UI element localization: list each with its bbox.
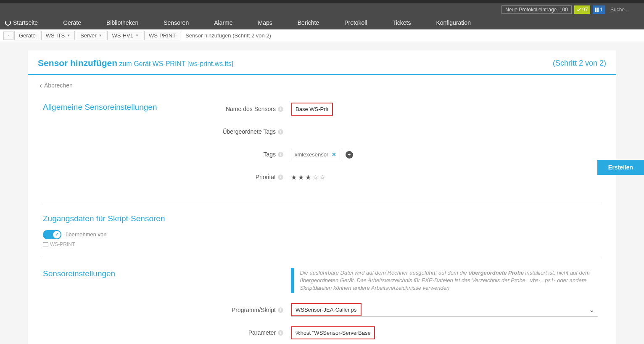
- chevron-down-icon: ▼: [98, 34, 102, 37]
- tag-text: xmlexesensor: [295, 151, 328, 158]
- section-general-settings: Allgemeine Sensoreinstellungen: [43, 102, 173, 193]
- chevron-down-icon: ⌄: [586, 306, 598, 314]
- search-input[interactable]: Suche...: [608, 6, 641, 13]
- check-icon: ✓: [55, 231, 59, 238]
- breadcrumb-current: Sensor hinzufügen (Schritt 2 von 2): [181, 31, 275, 40]
- breadcrumb-device-wsprint[interactable]: WS-PRINT: [144, 31, 180, 40]
- info-bar: [291, 268, 294, 293]
- star-icon: ★: [291, 173, 297, 181]
- info-icon[interactable]: i: [278, 129, 283, 135]
- nav-tickets[interactable]: Tickets: [393, 19, 411, 26]
- section-sensor-settings: Sensoreinstellungen: [43, 268, 173, 344]
- info-icon[interactable]: i: [278, 106, 283, 112]
- protocol-entries-badge[interactable]: Neue Protokolleinträge 100: [501, 5, 572, 14]
- nav-libraries[interactable]: Bibliotheken: [106, 19, 138, 26]
- check-icon: [577, 8, 581, 12]
- nav-protocol[interactable]: Protokoll: [344, 19, 367, 26]
- svg-rect-0: [595, 8, 596, 12]
- breadcrumb-home[interactable]: [3, 32, 13, 40]
- tag-add-button[interactable]: +: [346, 151, 353, 159]
- script-select[interactable]: ⌄: [291, 303, 598, 317]
- tag-remove-icon[interactable]: ✕: [332, 151, 336, 158]
- breadcrumb-group-server[interactable]: Server ▼: [76, 31, 106, 40]
- nav-maps[interactable]: Maps: [258, 19, 272, 26]
- info-icon[interactable]: i: [278, 307, 283, 313]
- inherit-toggle[interactable]: ✓: [43, 230, 61, 239]
- parameter-label: Parameter: [248, 329, 276, 336]
- step-indicator: (Schritt 2 von 2): [553, 59, 606, 68]
- parent-tags-label: Übergeordnete Tags: [222, 128, 276, 135]
- breadcrumb-devices[interactable]: Geräte: [14, 31, 40, 40]
- pause-icon: [595, 8, 599, 12]
- ok-count: 97: [582, 7, 588, 13]
- info-text: Die ausführbare Datei wird auf dem Rechn…: [300, 268, 601, 293]
- priority-label: Priorität: [256, 174, 276, 180]
- nav-home[interactable]: Startseite: [5, 19, 38, 26]
- protocol-count: 100: [560, 7, 568, 13]
- script-value[interactable]: [291, 303, 362, 316]
- script-label: Programm/Skript: [232, 307, 276, 313]
- protocol-label: Neue Protokolleinträge: [505, 7, 557, 13]
- sensor-name-input[interactable]: [291, 103, 333, 116]
- breadcrumb: Geräte WS-ITS ▼ Server ▼ WS-HV1 ▼ WS-PRI…: [0, 29, 644, 42]
- sensor-name-label: Name des Sensors: [226, 106, 276, 112]
- star-empty-icon: ☆: [312, 173, 318, 181]
- page-title: Sensor hinzufügen: [38, 58, 117, 68]
- home-icon: [8, 33, 9, 38]
- breadcrumb-group-wsits[interactable]: WS-ITS ▼: [41, 31, 75, 40]
- tag-pill: xmlexesensor ✕: [291, 149, 340, 160]
- nav-reports[interactable]: Berichte: [298, 19, 319, 26]
- inherit-device-name: WS-PRINT: [50, 241, 75, 248]
- section-credentials: Zugangsdaten für Skript-Sensoren: [43, 213, 173, 224]
- paused-count: 1: [600, 7, 603, 13]
- device-icon: [43, 242, 48, 246]
- chevron-down-icon: ▼: [135, 34, 139, 37]
- refresh-icon: [5, 20, 11, 26]
- status-paused-badge[interactable]: 1: [593, 5, 605, 14]
- star-icon: ★: [298, 173, 304, 181]
- info-icon[interactable]: i: [278, 175, 283, 180]
- svg-rect-1: [597, 8, 599, 12]
- nav-sensors[interactable]: Sensoren: [164, 19, 189, 26]
- tags-label: Tags: [263, 151, 276, 158]
- star-empty-icon: ☆: [319, 173, 325, 181]
- create-button[interactable]: Erstellen: [597, 160, 644, 175]
- inherit-label: übernehmen von: [66, 231, 107, 238]
- breadcrumb-group-wshv1[interactable]: WS-HV1 ▼: [107, 31, 143, 40]
- parameter-input[interactable]: [291, 326, 375, 339]
- cancel-link[interactable]: Abbrechen: [40, 82, 73, 89]
- info-icon[interactable]: i: [278, 152, 283, 157]
- nav-devices[interactable]: Geräte: [63, 19, 81, 26]
- star-icon: ★: [305, 173, 311, 181]
- nav-config[interactable]: Konfiguration: [436, 19, 471, 26]
- status-ok-badge[interactable]: 97: [574, 5, 590, 14]
- page-title-device: zum Gerät WS-PRINT [ws-print.ws.its]: [119, 60, 233, 67]
- chevron-down-icon: ▼: [67, 34, 70, 37]
- info-icon[interactable]: i: [278, 330, 283, 336]
- nav-alarms[interactable]: Alarme: [214, 19, 232, 26]
- priority-stars[interactable]: ★ ★ ★ ☆ ☆: [291, 173, 601, 181]
